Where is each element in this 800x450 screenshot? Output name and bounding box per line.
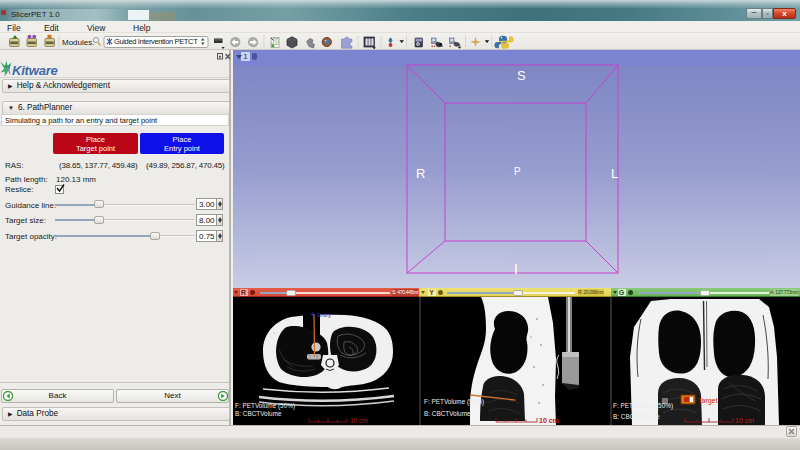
- svg-text:B: CBCTVolume: B: CBCTVolume: [424, 410, 471, 417]
- svg-text:S: S: [517, 68, 526, 83]
- svg-text:10 cm: 10 cm: [539, 417, 559, 424]
- svg-text:I: I: [514, 261, 518, 277]
- svg-text:L: L: [611, 166, 618, 181]
- svg-text:B: CBCTVolume: B: CBCTVolume: [235, 410, 282, 417]
- svg-text:Guided Intervention PETCT: Guided Intervention PETCT: [114, 37, 198, 46]
- svg-text:Target: Target: [698, 397, 718, 405]
- svg-text:F: PETVolume (50%): F: PETVolume (50%): [424, 398, 484, 406]
- svg-text:10 cm: 10 cm: [735, 417, 754, 424]
- svg-text:P: P: [514, 166, 521, 177]
- svg-text:R: R: [416, 166, 425, 181]
- svg-text:Entry: Entry: [317, 312, 331, 318]
- svg-text:10 cm: 10 cm: [350, 417, 368, 424]
- svg-text:B: CBCTVolume: B: CBCTVolume: [613, 413, 660, 420]
- svg-text:F: PETVolume (50%): F: PETVolume (50%): [235, 402, 295, 410]
- svg-text:F: PETVolume (50%): F: PETVolume (50%): [613, 402, 673, 410]
- svg-text:Modules:: Modules:: [62, 38, 94, 47]
